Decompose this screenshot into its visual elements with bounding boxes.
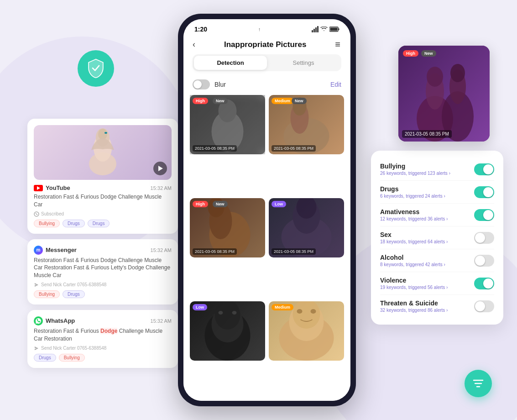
messenger-tags: Bullying Drugs [34, 290, 172, 298]
youtube-app-info: YouTube [34, 184, 70, 191]
youtube-sender: Subscribed [34, 211, 172, 217]
setting-bullying: Bullying 26 keywords, triggered 123 aler… [380, 158, 494, 181]
tab-settings[interactable]: Settings [267, 56, 340, 70]
setting-amativeness-sub: 12 keywords, triggered 36 alerts › [380, 216, 448, 221]
menu-button[interactable]: ≡ [335, 39, 341, 50]
grid-badge-high-3: High [193, 201, 208, 207]
messenger-card-header: m Messenger 15:32 AM [34, 246, 172, 255]
whatsapp-tags: Drugs Bullying [34, 354, 172, 362]
bird-image [73, 127, 132, 178]
setting-violence-info: Violence 19 keywords, triggered 56 alert… [380, 277, 448, 290]
grid-badge-medium-6: Medium [272, 304, 293, 310]
youtube-time: 15:32 AM [151, 185, 172, 191]
signal-bars [312, 26, 319, 32]
svg-line-6 [36, 213, 37, 215]
messenger-icon: m [34, 246, 43, 255]
whatsapp-time: 15:32 AM [151, 318, 172, 324]
grid-timestamp-4: 2021-03-05 08:35 PM [272, 248, 316, 255]
violence-toggle[interactable] [474, 278, 494, 289]
blur-toggle[interactable] [193, 79, 210, 89]
tag-drugs-2: Drugs [88, 220, 110, 227]
tab-bar: Detection Settings [183, 54, 350, 77]
bullying-toggle-thumb [483, 164, 493, 174]
whatsapp-card-header: WhatsApp 15:32 AM [34, 316, 172, 326]
grid-timestamp-2: 2021-03-05 08:35 PM [272, 145, 316, 152]
grid-badge-new-1: New [213, 98, 228, 104]
play-button[interactable] [153, 162, 167, 175]
setting-bullying-title: Bullying [380, 163, 450, 170]
setting-threaten-info: Threaten & Suicide 32 keywords, triggere… [380, 299, 448, 313]
setting-threaten: Threaten & Suicide 32 keywords, triggere… [380, 295, 494, 317]
alcohol-toggle-thumb [475, 256, 485, 266]
youtube-app-name: YouTube [46, 184, 70, 191]
whatsapp-icon [34, 316, 43, 326]
photo-detail-badges: High New [403, 50, 436, 57]
edit-button[interactable]: Edit [330, 81, 341, 88]
setting-alcohol-title: Alcohol [380, 254, 445, 261]
back-button[interactable]: ‹ [193, 40, 195, 49]
status-icons [312, 26, 339, 32]
setting-bullying-sub: 26 keywords, triggered 123 alerts › [380, 171, 450, 176]
whatsapp-content: Restoration Fast & Furious Dodge Challen… [34, 327, 172, 343]
threaten-toggle[interactable] [474, 300, 494, 312]
setting-drugs-info: Drugs 6 keywords, triggered 24 alerts › [380, 185, 445, 199]
grid-item-5[interactable]: Low [190, 301, 265, 361]
left-panel: YouTube 15:32 AM Restoration Fast & Furi… [27, 119, 178, 368]
setting-sex-title: Sex [380, 231, 448, 238]
grid-item-4[interactable]: Low 2021-03-05 08:35 PM [269, 198, 344, 257]
violence-toggle-thumb [483, 278, 493, 289]
subscribed-icon [34, 211, 39, 217]
grid-badge-new-2: New [292, 98, 307, 104]
tab-detection[interactable]: Detection [194, 56, 267, 70]
youtube-content: Restoration Fast & Furious Dodge Challen… [34, 193, 172, 209]
toggle-thumb [193, 80, 202, 89]
photo-detail-timestamp: 2021-03-05 08:35 PM [402, 130, 452, 138]
drugs-toggle-thumb [483, 187, 493, 197]
grid-item-1[interactable]: High New 2021-03-05 08:35 PM [190, 95, 265, 154]
shield-icon-container [78, 50, 114, 87]
amativeness-toggle[interactable] [474, 209, 494, 221]
youtube-card-header: YouTube 15:32 AM [34, 184, 172, 191]
svg-point-34 [427, 67, 443, 87]
whatsapp-app-name: WhatsApp [46, 317, 75, 324]
tag-drugs-m: Drugs [63, 290, 85, 298]
messenger-content: Restoration Fast & Furious Dodge Challen… [34, 257, 172, 279]
status-bar: 1:20 ↑ [183, 19, 350, 37]
setting-sex: Sex 18 keywords, triggered 64 alerts › [380, 226, 494, 249]
tag-bullying: Bullying [34, 220, 60, 227]
bullying-toggle[interactable] [474, 163, 494, 175]
blur-toggle-container: Blur [193, 79, 226, 89]
tag-drugs: Drugs [63, 220, 85, 227]
sex-toggle-thumb [475, 233, 485, 243]
alcohol-toggle[interactable] [474, 255, 494, 267]
grid-item-6[interactable]: Medium [269, 301, 344, 361]
youtube-icon [34, 185, 43, 191]
amativeness-toggle-thumb [483, 210, 493, 220]
photo-badge-high: High [403, 50, 418, 57]
youtube-image-bg [34, 125, 172, 180]
svg-point-23 [215, 301, 240, 330]
grid-item-2[interactable]: Medium New 2021-03-05 08:35 PM [269, 95, 344, 154]
setting-amativeness: Amativeness 12 keywords, triggered 36 al… [380, 204, 494, 226]
phone-screen: 1:20 ↑ ‹ I [183, 19, 350, 401]
grid-item-3[interactable]: High New 2021-03-05 08:35 PM [190, 198, 265, 257]
messenger-sender: Send Nick Carter 0765-6388548 [34, 282, 172, 288]
grid-badge-medium-2: Medium [272, 98, 293, 104]
svg-rect-9 [330, 28, 338, 31]
setting-amativeness-title: Amativeness [380, 208, 448, 215]
whatsapp-sender: Send Nick Carter 0765-6388548 [34, 346, 172, 351]
setting-amativeness-info: Amativeness 12 keywords, triggered 36 al… [380, 208, 448, 221]
setting-alcohol: Alcohol 8 keywords, triggered 42 alerts … [380, 249, 494, 272]
grid-badge-high-1: High [193, 98, 208, 104]
sex-toggle[interactable] [474, 232, 494, 244]
drugs-toggle[interactable] [474, 186, 494, 198]
wifi-icon [320, 26, 328, 32]
svg-point-30 [311, 309, 316, 314]
messenger-card: m Messenger 15:32 AM Restoration Fast & … [27, 239, 178, 304]
grid-badge-low-5: Low [193, 304, 207, 310]
image-grid: High New 2021-03-05 08:35 PM Medium New … [183, 95, 350, 401]
battery-icon [329, 26, 339, 32]
threaten-toggle-thumb [475, 301, 485, 311]
filter-fab[interactable] [465, 370, 492, 397]
shield-icon [86, 58, 106, 79]
